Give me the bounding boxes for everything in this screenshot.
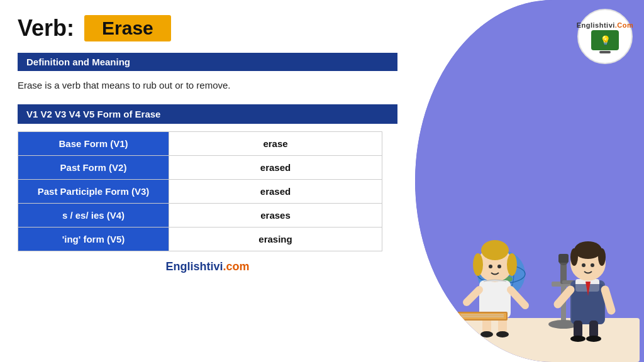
- svg-rect-0: [426, 318, 640, 362]
- verb-label: Verb:: [18, 15, 74, 41]
- right-panel: Englishtivi.Com 💡: [415, 0, 644, 362]
- svg-line-10: [511, 290, 525, 305]
- logo-bulb-icon: 💡: [600, 35, 611, 45]
- footer: Englishtivi.com: [18, 260, 397, 273]
- form-label: Past Participle Form (V3): [18, 179, 169, 203]
- svg-point-34: [574, 241, 602, 259]
- svg-rect-44: [458, 313, 506, 319]
- form-value: erases: [169, 203, 382, 227]
- definition-text: Erase is a verb that means to rub out or…: [18, 79, 397, 93]
- logo: Englishtivi.Com 💡: [577, 9, 633, 64]
- svg-point-37: [582, 263, 586, 267]
- svg-point-41: [570, 336, 586, 342]
- form-value: erased: [169, 179, 382, 203]
- svg-rect-40: [589, 321, 598, 338]
- form-value: erase: [169, 131, 382, 155]
- footer-text1: Englishtivi: [165, 260, 223, 273]
- table-row: Past Form (V2)erased: [18, 155, 382, 179]
- svg-line-31: [558, 290, 570, 304]
- footer-text2: .com: [223, 260, 250, 273]
- form-label: 'ing' form (V5): [18, 227, 169, 251]
- svg-point-42: [586, 336, 601, 342]
- children-svg: [426, 79, 640, 362]
- form-label: s / es/ ies (V4): [18, 203, 169, 227]
- children-illustration: [421, 73, 644, 362]
- verb-word: Erase: [84, 15, 171, 41]
- v-forms-header: V1 V2 V3 V4 V5 Form of Erase: [18, 104, 397, 124]
- svg-point-35: [570, 248, 578, 266]
- svg-point-19: [480, 331, 493, 337]
- svg-point-12: [481, 240, 509, 260]
- svg-point-20: [496, 331, 509, 337]
- svg-rect-39: [574, 321, 582, 338]
- logo-tv-icon: 💡: [591, 30, 619, 50]
- svg-point-15: [489, 265, 492, 268]
- verb-title-row: Verb: Erase: [18, 15, 397, 41]
- table-row: Base Form (V1)erase: [18, 131, 382, 155]
- form-label: Base Form (V1): [18, 131, 169, 155]
- svg-point-38: [591, 263, 594, 267]
- svg-rect-26: [558, 254, 569, 263]
- svg-point-36: [598, 248, 606, 266]
- svg-point-14: [507, 253, 517, 276]
- form-value: erasing: [169, 227, 382, 251]
- table-row: s / es/ ies (V4)erases: [18, 203, 382, 227]
- verb-forms-table: Base Form (V1)erasePast Form (V2)erasedP…: [18, 131, 382, 251]
- form-value: erased: [169, 155, 382, 179]
- definition-header: Definition and Meaning: [18, 53, 397, 71]
- logo-text: Englishtivi.Com: [577, 21, 634, 29]
- svg-point-13: [473, 253, 483, 276]
- svg-point-16: [497, 265, 501, 268]
- table-row: 'ing' form (V5)erasing: [18, 227, 382, 251]
- svg-line-32: [605, 290, 611, 310]
- svg-line-9: [467, 290, 479, 302]
- form-label: Past Form (V2): [18, 155, 169, 179]
- left-panel: Verb: Erase Definition and Meaning Erase…: [0, 0, 415, 362]
- table-row: Past Participle Form (V3)erased: [18, 179, 382, 203]
